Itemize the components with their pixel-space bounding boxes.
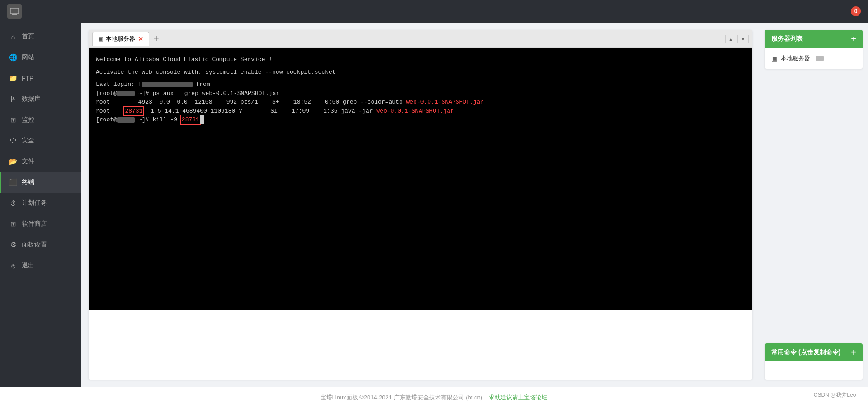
sidebar-item-ftp[interactable]: 📁FTP <box>0 68 81 89</box>
sidebar-item-website[interactable]: 🌐网站 <box>0 47 81 68</box>
masked-ip <box>142 82 192 87</box>
sidebar-label-panel: 面板设置 <box>22 241 47 249</box>
terminal-activate: Activate the web console with: systemctl… <box>96 68 745 77</box>
jar-name-red-1: web-0.0.1-SNAPSHOT.jar <box>406 99 484 105</box>
sidebar-label-home: 首页 <box>22 33 34 41</box>
terminal-tab-close[interactable]: ✕ <box>138 35 143 43</box>
sidebar-item-monitor[interactable]: ⊞监控 <box>0 109 81 130</box>
terminal-nav-down[interactable]: ▼ <box>737 35 749 43</box>
notification-badge[interactable]: 0 <box>851 6 861 16</box>
sidebar-item-files[interactable]: 📂文件 <box>0 151 81 172</box>
content-area: ▣ 本地服务器 ✕ + ▲ ▼ Welcome to Alibaba Cloud… <box>81 23 760 387</box>
sidebar-label-cron: 计划任务 <box>22 199 47 207</box>
terminal-row1: root 4923 0.0 0.0 12108 992 pts/1 S+ 18:… <box>96 98 745 107</box>
terminal-add-tab-button[interactable]: + <box>151 33 162 44</box>
watermark: CSDN @我梦Leo_ <box>814 391 859 399</box>
terminal-tab-local[interactable]: ▣ 本地服务器 ✕ <box>92 32 149 46</box>
terminal-nav: ▲ ▼ <box>725 35 749 43</box>
sidebar-item-appstore[interactable]: ⊞软件商店 <box>0 213 81 234</box>
server-bracket: ] <box>829 55 831 62</box>
svg-rect-0 <box>10 8 19 14</box>
common-cmd-section: 常用命令 (点击复制命令) + <box>765 343 863 380</box>
sidebar-icon-monitor: ⊞ <box>9 116 17 124</box>
server-icon: ▣ <box>771 55 777 62</box>
terminal-cursor <box>200 115 204 124</box>
common-cmd-body <box>765 361 863 380</box>
sidebar-label-files: 文件 <box>22 157 34 166</box>
server-list-item[interactable]: ▣ 本地服务器 ] <box>771 52 856 64</box>
server-list-title: 服务器列表 <box>771 35 803 43</box>
terminal-cmd-kill: [root@ ~]# kill -9 28731 <box>96 115 745 124</box>
server-status-masked <box>816 56 824 61</box>
sidebar-label-terminal: 终端 <box>22 178 34 186</box>
terminal-tab-label: 本地服务器 <box>106 35 135 43</box>
server-list-header: 服务器列表 + <box>765 30 863 48</box>
svg-rect-2 <box>12 14 17 15</box>
sidebar-icon-website: 🌐 <box>9 53 17 62</box>
masked-host1 <box>117 91 135 96</box>
terminal-welcome: Welcome to Alibaba Cloud Elastic Compute… <box>96 55 745 64</box>
sidebar-item-cron[interactable]: ⏱计划任务 <box>0 193 81 213</box>
sidebar-item-panel[interactable]: ⚙面板设置 <box>0 234 81 255</box>
svg-rect-1 <box>13 14 16 14</box>
sidebar-label-logout: 退出 <box>22 261 34 270</box>
sidebar-label-monitor: 监控 <box>22 116 34 124</box>
terminal-nav-up[interactable]: ▲ <box>725 35 736 43</box>
sidebar-label-appstore: 软件商店 <box>22 220 47 228</box>
sidebar-label-website: 网站 <box>22 53 34 62</box>
terminal-row2: root 28731 1.5 14.1 4689400 1109180 ? Sl… <box>96 107 745 116</box>
sidebar-item-logout[interactable]: ⎋退出 <box>0 255 81 276</box>
sidebar: ⌂首页🌐网站📁FTP🗄数据库⊞监控🛡安全📂文件⬛终端⏱计划任务⊞软件商店⚙面板设… <box>0 23 81 387</box>
sidebar-item-database[interactable]: 🗄数据库 <box>0 89 81 109</box>
masked-host2 <box>117 117 135 123</box>
common-cmd-add-button[interactable]: + <box>851 348 856 357</box>
sidebar-item-home[interactable]: ⌂首页 <box>0 26 81 47</box>
sidebar-icon-database: 🗄 <box>9 95 17 103</box>
sidebar-icon-files: 📂 <box>9 157 17 166</box>
sidebar-icon-logout: ⎋ <box>9 262 17 270</box>
footer: 宝塔Linux面板 ©2014-2021 广东傲塔安全技术有限公司 (bt.cn… <box>0 387 868 408</box>
right-panel: 服务器列表 + ▣ 本地服务器 ] 常用命令 (点击复制命令) + <box>760 23 868 387</box>
kill-pid-highlight: 28731 <box>181 115 200 124</box>
sidebar-icon-security: 🛡 <box>9 137 17 145</box>
terminal-cmd1: [root@ ~]# ps aux | grep web-0.0.1-SNAPS… <box>96 89 745 98</box>
terminal-panel: ▣ 本地服务器 ✕ + ▲ ▼ Welcome to Alibaba Cloud… <box>89 30 752 380</box>
sidebar-label-database: 数据库 <box>22 95 41 103</box>
footer-copyright: 宝塔Linux面板 ©2014-2021 广东傲塔安全技术有限公司 (bt.cn… <box>321 394 483 401</box>
sidebar-icon-panel: ⚙ <box>9 241 17 249</box>
sidebar-icon-ftp: 📁 <box>9 74 17 82</box>
terminal-tabs: ▣ 本地服务器 ✕ + ▲ ▼ <box>89 30 752 48</box>
server-name-label: 本地服务器 <box>781 54 810 62</box>
sidebar-icon-home: ⌂ <box>9 33 17 41</box>
common-cmd-title: 常用命令 (点击复制命令) <box>771 348 840 356</box>
sidebar-icon-appstore: ⊞ <box>9 220 17 228</box>
server-list-add-button[interactable]: + <box>851 34 856 43</box>
pid-highlight: 28731 <box>124 107 143 116</box>
sidebar-item-terminal[interactable]: ⬛终端 <box>0 172 81 193</box>
sidebar-item-security[interactable]: 🛡安全 <box>0 130 81 151</box>
terminal-tab-icon: ▣ <box>98 36 103 42</box>
sidebar-label-security: 安全 <box>22 137 34 145</box>
sidebar-icon-terminal: ⬛ <box>9 178 17 186</box>
terminal-login: Last login: T from <box>96 80 745 89</box>
footer-link[interactable]: 求助建议请上宝塔论坛 <box>489 394 547 401</box>
terminal-body[interactable]: Welcome to Alibaba Cloud Elastic Compute… <box>89 48 752 310</box>
sidebar-label-ftp: FTP <box>22 75 33 82</box>
main-layout: ⌂首页🌐网站📁FTP🗄数据库⊞监控🛡安全📂文件⬛终端⏱计划任务⊞软件商店⚙面板设… <box>0 23 868 387</box>
sidebar-icon-cron: ⏱ <box>9 199 17 207</box>
server-list-section: 服务器列表 + ▣ 本地服务器 ] <box>765 30 863 69</box>
common-cmd-header: 常用命令 (点击复制命令) + <box>765 343 863 361</box>
topbar: 0 <box>0 0 868 23</box>
jar-name-red-2: web-0.0.1-SNAPSHOT.jar <box>376 108 454 114</box>
server-list-body: ▣ 本地服务器 ] <box>765 48 863 69</box>
topbar-logo <box>7 4 22 19</box>
